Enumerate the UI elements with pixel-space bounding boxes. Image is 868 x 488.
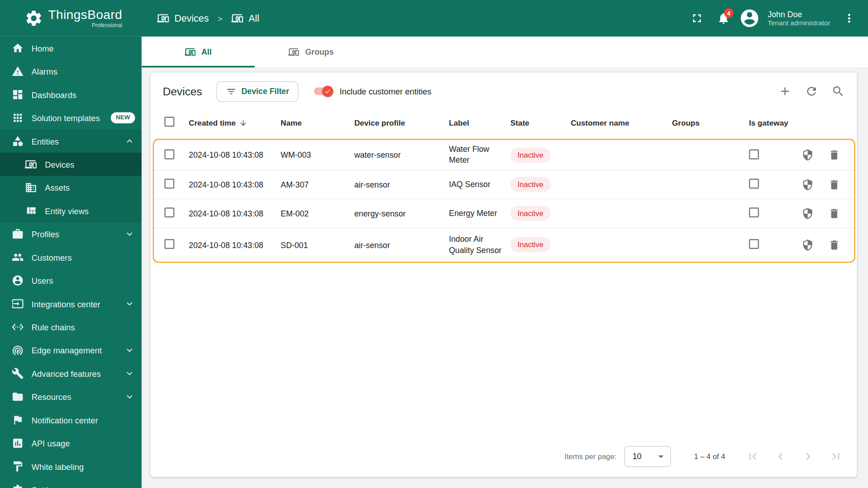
sidebar-item-notification-center[interactable]: Notification center [0,408,142,432]
breadcrumb-all[interactable]: All [231,12,259,24]
column-header-is-gateway[interactable]: Is gateway [749,118,802,127]
sidebar-item-home[interactable]: Home [0,37,142,60]
sidebar-item-devices[interactable]: Devices [0,153,142,176]
entities-icon [12,135,24,147]
sidebar-item-profiles[interactable]: Profiles [0,222,142,245]
filter-icon [226,86,236,96]
gateway-checkbox[interactable] [749,239,759,249]
items-per-page-label: Items per page: [565,452,617,460]
page-title: Devices [163,85,202,98]
delete-button[interactable] [828,178,840,191]
sidebar-item-alarms[interactable]: Alarms [0,60,142,83]
chevron-down-icon [124,298,135,309]
include-customer-entities: Include customer entities [313,86,431,97]
column-header-created-time[interactable]: Created time [189,118,281,127]
customers-icon [12,251,24,263]
credentials-button[interactable] [802,178,814,191]
dashboards-icon [12,89,24,101]
tab-all[interactable]: All [142,37,255,68]
column-header-groups[interactable]: Groups [672,118,749,127]
main-content: All Groups Devices Device Filter [142,37,868,488]
sidebar-item-settings[interactable]: Settings [0,478,142,488]
device-filter-label: Device Filter [241,87,289,96]
settings-icon [12,483,24,488]
sidebar-item-white-labeling[interactable]: White labeling [0,455,142,478]
status-badge: Inactive [510,177,551,192]
sidebar-item-solution-templates[interactable]: Solution templates NEW [0,106,142,129]
column-header-device-profile[interactable]: Device profile [354,118,449,127]
column-header-state[interactable]: State [510,118,571,127]
credentials-button[interactable] [802,149,814,161]
sidebar-item-assets[interactable]: Assets [0,176,142,199]
next-page-button[interactable] [802,450,815,463]
page-size-select[interactable]: 10 [624,446,671,467]
row-checkbox[interactable] [165,149,175,159]
avatar[interactable] [739,8,760,29]
user-menu[interactable]: John Doe Tenant administrator [768,9,830,27]
solution-templates-icon [12,112,24,124]
status-badge: Inactive [510,147,551,162]
sidebar-item-label: Advanced features [32,369,101,378]
sidebar-item-integrations-center[interactable]: Integrations center [0,292,142,315]
assets-icon [25,182,37,194]
select-all-checkbox[interactable] [165,117,175,127]
chevron-left-icon [774,450,787,463]
gateway-checkbox[interactable] [749,179,759,189]
trash-icon [828,239,840,251]
status-badge: Inactive [510,237,551,252]
cell-name: AM-307 [281,180,354,189]
column-header-customer-name[interactable]: Customer name [571,118,672,127]
refresh-button[interactable] [805,84,818,98]
trash-icon [828,149,840,161]
column-header-name[interactable]: Name [281,118,354,127]
sidebar-item-rule-chains[interactable]: Rule chains [0,315,142,338]
sidebar-item-label: Solution templates [32,113,100,122]
credentials-button[interactable] [802,207,814,220]
search-button[interactable] [831,84,844,98]
table-row[interactable]: 2024-10-08 10:43:08 AM-307 air-sensor IA… [154,170,854,199]
sidebar-item-resources[interactable]: Resources [0,385,142,408]
fullscreen-button[interactable] [684,6,709,30]
table-row[interactable]: 2024-10-08 10:43:08 WM-003 water-sensor … [154,140,854,170]
row-checkbox[interactable] [165,207,175,217]
cell-name: WM-003 [281,150,354,160]
sidebar-item-label: Integrations center [32,299,100,309]
credentials-button[interactable] [802,239,814,251]
sidebar-item-dashboards[interactable]: Dashboards [0,83,142,106]
notifications-button[interactable]: 4 [711,6,736,30]
add-device-button[interactable] [778,84,792,98]
previous-page-button[interactable] [774,450,787,463]
sidebar-item-edge-management[interactable]: Edge management [0,338,142,361]
row-checkbox[interactable] [165,239,175,249]
include-customer-entities-toggle[interactable] [313,86,333,97]
sidebar-item-customers[interactable]: Customers [0,246,142,269]
sidebar-group-entities: Entities Devices Assets Entity views [0,130,142,223]
sidebar-item-label: Resources [32,392,71,402]
sidebar-item-api-usage[interactable]: API usage [0,432,142,455]
last-page-button[interactable] [829,450,842,463]
more-menu-button[interactable] [837,6,861,30]
gateway-checkbox[interactable] [749,207,759,217]
device-filter-button[interactable]: Device Filter [217,81,299,101]
first-page-button[interactable] [746,450,760,463]
app-logo[interactable]: ThingsBoard Professional [0,8,142,28]
row-checkbox[interactable] [165,179,175,189]
tab-groups[interactable]: Groups [255,37,368,68]
delete-button[interactable] [828,207,840,220]
sidebar-item-users[interactable]: Users [0,269,142,292]
page-range: 1 – 4 of 4 [694,452,725,460]
sidebar-item-entity-views[interactable]: Entity views [0,199,142,222]
delete-button[interactable] [828,239,840,251]
sidebar-item-entities[interactable]: Entities [0,130,142,153]
table-row[interactable]: 2024-10-08 10:43:08 EM-002 energy-sensor… [154,199,854,228]
delete-button[interactable] [828,149,840,161]
plus-icon [778,84,792,98]
resources-icon [12,390,24,403]
column-header-label[interactable]: Label [449,118,510,127]
toggle-thumb [322,86,333,97]
table-toolbar: Devices Device Filter Include customer e… [151,72,857,110]
table-row[interactable]: 2024-10-08 10:43:08 SD-001 air-sensor In… [154,227,854,262]
gateway-checkbox[interactable] [749,149,759,159]
sidebar-item-advanced-features[interactable]: Advanced features [0,362,142,385]
breadcrumb-devices[interactable]: Devices [157,12,209,24]
